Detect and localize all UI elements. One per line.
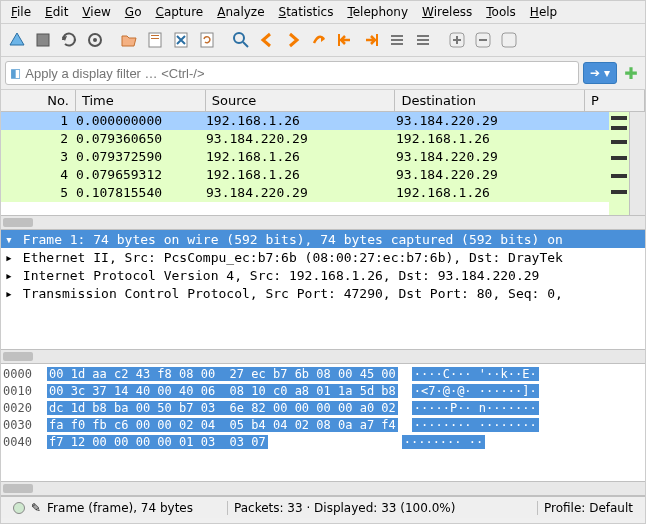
bookmark-icon[interactable]: ◧ — [10, 66, 21, 80]
first-icon[interactable] — [333, 28, 357, 52]
prev-icon[interactable] — [255, 28, 279, 52]
packet-list-header[interactable]: No. Time Source Destination P — [1, 90, 645, 112]
byte-row[interactable]: 0040f7 12 00 00 00 00 01 03 03 07·······… — [3, 434, 643, 451]
packet-row[interactable]: 40.079659312192.168.1.2693.184.220.29 — [1, 166, 645, 184]
svg-rect-11 — [391, 43, 403, 45]
menu-capture[interactable]: Capture — [149, 3, 209, 21]
open-icon[interactable] — [117, 28, 141, 52]
stop-icon[interactable] — [31, 28, 55, 52]
menubar: FileEditViewGoCaptureAnalyzeStatisticsTe… — [1, 1, 645, 24]
bytes-hscrollbar[interactable] — [1, 481, 645, 495]
byte-row[interactable]: 0020dc 1d b8 ba 00 50 b7 03 6e 82 00 00 … — [3, 400, 643, 417]
autoscroll-icon[interactable] — [385, 28, 409, 52]
detail-row[interactable]: ▸ Ethernet II, Src: PcsCompu_ec:b7:6b (0… — [1, 248, 645, 266]
col-header-protocol[interactable]: P — [585, 90, 645, 111]
filter-bar: ◧ ➔ ▾ ✚ — [1, 57, 645, 90]
svg-rect-7 — [201, 33, 213, 47]
statusbar: ✎ Frame (frame), 74 bytes Packets: 33 · … — [1, 496, 645, 518]
svg-rect-9 — [391, 35, 403, 37]
filter-input[interactable] — [25, 66, 574, 81]
svg-rect-10 — [391, 39, 403, 41]
col-header-time[interactable]: Time — [76, 90, 206, 111]
packet-hscrollbar[interactable] — [1, 215, 645, 229]
find-icon[interactable] — [229, 28, 253, 52]
byte-rows[interactable]: 000000 1d aa c2 43 f8 08 00 27 ec b7 6b … — [1, 364, 645, 481]
detail-rows[interactable]: ▾ Frame 1: 74 bytes on wire (592 bits), … — [1, 230, 645, 349]
menu-telephony[interactable]: Telephony — [341, 3, 414, 21]
detail-row[interactable]: ▸ Transmission Control Protocol, Src Por… — [1, 284, 645, 302]
save-icon[interactable] — [143, 28, 167, 52]
add-filter-button[interactable]: ✚ — [621, 63, 641, 83]
menu-go[interactable]: Go — [119, 3, 148, 21]
packet-list-panel: No. Time Source Destination P 10.0000000… — [1, 90, 645, 230]
svg-rect-0 — [37, 34, 49, 46]
toolbar — [1, 24, 645, 57]
options-icon[interactable] — [83, 28, 107, 52]
menu-tools[interactable]: Tools — [480, 3, 522, 21]
expert-info-icon[interactable] — [13, 502, 25, 514]
next-icon[interactable] — [281, 28, 305, 52]
svg-rect-13 — [417, 39, 429, 41]
close-icon[interactable] — [169, 28, 193, 52]
edit-icon[interactable]: ✎ — [31, 501, 41, 515]
restart-icon[interactable] — [57, 28, 81, 52]
col-header-no[interactable]: No. — [1, 90, 76, 111]
last-icon[interactable] — [359, 28, 383, 52]
jump-icon[interactable] — [307, 28, 331, 52]
menu-view[interactable]: View — [76, 3, 116, 21]
col-header-destination[interactable]: Destination — [395, 90, 585, 111]
packet-bytes-panel[interactable]: 000000 1d aa c2 43 f8 08 00 27 ec b7 6b … — [1, 364, 645, 496]
status-packets: Packets: 33 · Displayed: 33 (100.0%) — [227, 501, 537, 515]
col-header-source[interactable]: Source — [206, 90, 396, 111]
svg-rect-5 — [151, 38, 159, 39]
packet-rows[interactable]: 10.000000000192.168.1.2693.184.220.2920.… — [1, 112, 645, 215]
svg-point-2 — [93, 38, 97, 42]
zoom-reset-icon[interactable] — [497, 28, 521, 52]
svg-rect-17 — [502, 33, 516, 47]
menu-file[interactable]: File — [5, 3, 37, 21]
apply-filter-button[interactable]: ➔ ▾ — [583, 62, 617, 84]
packet-row[interactable]: 10.000000000192.168.1.2693.184.220.29 — [1, 112, 645, 130]
packet-details-panel[interactable]: ▾ Frame 1: 74 bytes on wire (592 bits), … — [1, 230, 645, 364]
status-frame: Frame (frame), 74 bytes — [47, 501, 193, 515]
svg-point-8 — [234, 33, 244, 43]
menu-help[interactable]: Help — [524, 3, 563, 21]
packet-row[interactable]: 50.10781554093.184.220.29192.168.1.26 — [1, 184, 645, 202]
svg-rect-4 — [151, 35, 159, 36]
menu-edit[interactable]: Edit — [39, 3, 74, 21]
svg-rect-12 — [417, 35, 429, 37]
byte-row[interactable]: 001000 3c 37 14 40 00 40 06 08 10 c0 a8 … — [3, 383, 643, 400]
packet-minimap[interactable] — [609, 112, 629, 215]
detail-row[interactable]: ▸ Internet Protocol Version 4, Src: 192.… — [1, 266, 645, 284]
status-profile[interactable]: Profile: Default — [537, 501, 639, 515]
packet-row[interactable]: 20.07936065093.184.220.29192.168.1.26 — [1, 130, 645, 148]
packet-row[interactable]: 30.079372590192.168.1.2693.184.220.29 — [1, 148, 645, 166]
menu-wireless[interactable]: Wireless — [416, 3, 478, 21]
byte-row[interactable]: 0030fa f0 fb c6 00 00 02 04 05 b4 04 02 … — [3, 417, 643, 434]
reload-icon[interactable] — [195, 28, 219, 52]
zoom-in-icon[interactable] — [445, 28, 469, 52]
menu-analyze[interactable]: Analyze — [211, 3, 270, 21]
colorize-icon[interactable] — [411, 28, 435, 52]
zoom-out-icon[interactable] — [471, 28, 495, 52]
byte-row[interactable]: 000000 1d aa c2 43 f8 08 00 27 ec b7 6b … — [3, 366, 643, 383]
fin-icon[interactable] — [5, 28, 29, 52]
filter-input-container[interactable]: ◧ — [5, 61, 579, 85]
menu-statistics[interactable]: Statistics — [273, 3, 340, 21]
details-hscrollbar[interactable] — [1, 349, 645, 363]
packet-vscrollbar[interactable] — [629, 112, 645, 215]
detail-row[interactable]: ▾ Frame 1: 74 bytes on wire (592 bits), … — [1, 230, 645, 248]
svg-rect-14 — [417, 43, 429, 45]
